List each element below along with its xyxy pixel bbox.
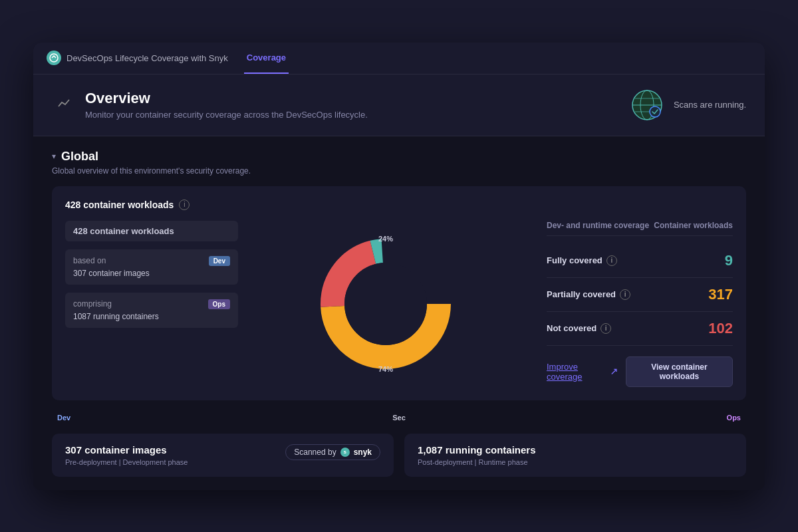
partially-covered-value: 317: [708, 286, 733, 303]
overview-right: Scans are running.: [630, 88, 746, 122]
bottom-card-ops-subtitle: Post-deployment | Runtime phase: [418, 458, 733, 466]
coverage-left: 428 container workloads based on Dev 307…: [65, 221, 238, 387]
scanned-by-badge[interactable]: Scanned by s snyk: [285, 444, 380, 460]
snyk-icon: s: [340, 448, 350, 457]
workload-count-title: 428 container workloads: [65, 200, 174, 210]
snyk-logo-icon: [47, 51, 61, 65]
bottom-card-dev: 307 container images Pre-deployment | De…: [52, 434, 394, 477]
bottom-cards: 307 container images Pre-deployment | De…: [52, 434, 746, 477]
bottom-card-dev-subtitle: Pre-deployment | Development phase: [65, 458, 188, 466]
coverage-header-col2: Container workloads: [654, 221, 733, 230]
workload-info-icon[interactable]: i: [179, 200, 190, 210]
snyk-label: snyk: [354, 448, 372, 457]
overview-left: Overview Monitor your container security…: [52, 90, 368, 120]
global-subtitle: Global overview of this environment's se…: [52, 166, 746, 176]
lifecycle-ops-label: Ops: [727, 414, 743, 422]
main-content: ▾ Global Global overview of this environ…: [33, 136, 765, 490]
based-on-label: based on: [73, 256, 106, 265]
comprising-value: 1087 running containers: [73, 312, 230, 321]
not-covered-value: 102: [708, 320, 733, 337]
coverage-stats: Dev- and runtime coverage Container work…: [533, 221, 733, 387]
lifecycle-bar-container: Dev Sec Ops: [52, 411, 746, 423]
bottom-card-dev-info: 307 container images Pre-deployment | De…: [65, 444, 188, 466]
chart-icon: [52, 91, 76, 115]
partially-covered-label: Partially covered i: [547, 289, 630, 300]
overview-text: Overview Monitor your container security…: [85, 90, 368, 120]
not-covered-info-icon[interactable]: i: [600, 323, 611, 334]
bottom-card-ops-info: 1,087 running containers Post-deployment…: [418, 444, 733, 466]
comprising-row: comprising Ops: [73, 299, 230, 309]
not-covered-row: Not covered i 102: [547, 312, 733, 346]
coverage-header-col1: Dev- and runtime coverage: [547, 221, 649, 230]
chart-label-24: 24%: [378, 235, 393, 243]
app-title: DevSecOps Lifecycle Coverage with Snyk: [66, 53, 228, 63]
fully-covered-value: 9: [725, 252, 733, 269]
coverage-actions: Improve coverage View container workload…: [547, 356, 733, 387]
topbar-logo: DevSecOps Lifecycle Coverage with Snyk: [47, 51, 228, 65]
ops-tag: Ops: [208, 299, 230, 309]
bottom-card-ops-title: 1,087 running containers: [418, 444, 733, 456]
coverage-card: 428 container workloads i 428 container …: [52, 186, 746, 400]
svg-point-6: [650, 106, 660, 117]
view-workloads-button[interactable]: View container workloads: [626, 356, 733, 387]
overview-title: Overview: [85, 90, 368, 107]
partially-covered-info-icon[interactable]: i: [620, 289, 630, 300]
globe-icon: [630, 88, 664, 122]
partially-covered-row: Partially covered i 317: [547, 278, 733, 312]
global-section-header: ▾ Global: [52, 150, 746, 164]
overview-header: Overview Monitor your container security…: [33, 74, 765, 136]
scans-status: Scans are running.: [674, 100, 746, 110]
fully-covered-label: Fully covered i: [547, 255, 617, 266]
fully-covered-info-icon[interactable]: i: [606, 255, 617, 266]
workload-detail-dev: based on Dev 307 container images: [65, 249, 238, 285]
overview-subtitle: Monitor your container security coverage…: [85, 110, 368, 120]
svg-point-0: [50, 54, 58, 62]
coverage-card-header: 428 container workloads i: [65, 200, 733, 210]
based-on-row: based on Dev: [73, 256, 230, 266]
comprising-label: comprising: [73, 299, 112, 309]
svg-point-10: [344, 263, 427, 345]
bottom-card-ops: 1,087 running containers Post-deployment…: [404, 434, 746, 477]
chevron-down-icon[interactable]: ▾: [52, 152, 56, 161]
donut-chart-container: 24% 74%: [251, 221, 520, 387]
bottom-card-dev-title: 307 container images: [65, 444, 188, 456]
global-title: Global: [61, 150, 98, 164]
dev-tag: Dev: [209, 256, 230, 266]
not-covered-label: Not covered i: [547, 323, 611, 334]
improve-coverage-link[interactable]: Improve coverage: [547, 362, 618, 382]
scanned-by-label: Scanned by: [294, 448, 336, 457]
coverage-body: 428 container workloads based on Dev 307…: [65, 221, 733, 387]
lifecycle-sec-label: Sec: [392, 414, 406, 422]
workload-detail-ops: comprising Ops 1087 running containers: [65, 293, 238, 328]
fully-covered-row: Fully covered i 9: [547, 244, 733, 278]
based-on-value: 307 container images: [73, 269, 230, 278]
main-window: DevSecOps Lifecycle Coverage with Snyk C…: [33, 43, 765, 490]
workload-badge: 428 container workloads: [65, 221, 238, 241]
coverage-stats-header: Dev- and runtime coverage Container work…: [547, 221, 733, 236]
topbar: DevSecOps Lifecycle Coverage with Snyk C…: [33, 43, 765, 74]
chart-label-74: 74%: [378, 365, 393, 373]
nav-coverage[interactable]: Coverage: [244, 43, 289, 74]
lifecycle-dev-label: Dev: [55, 414, 70, 422]
donut-chart: [313, 231, 459, 377]
